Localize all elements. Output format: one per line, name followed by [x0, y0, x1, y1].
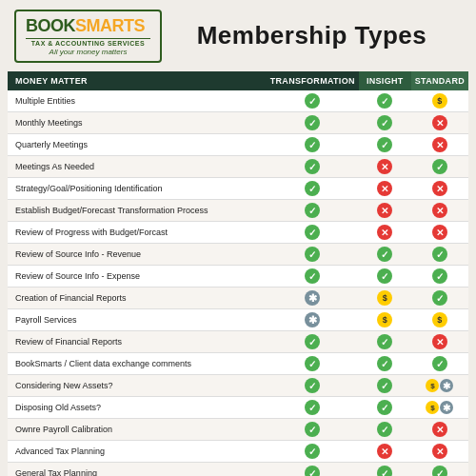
page-title: Membership Types: [162, 21, 462, 50]
check-icon: ✓: [305, 137, 320, 152]
cell-insight: ✓: [359, 375, 411, 397]
check-icon: ✓: [377, 466, 392, 476]
table-row: Creation of Financial Reports ✱ $ ✓: [8, 288, 468, 309]
check-icon: ✓: [305, 268, 320, 284]
cell-standard: ✕: [411, 200, 468, 222]
dollar-icon: $: [377, 312, 392, 327]
cell-standard: $: [411, 309, 468, 331]
table-row: Meetings As Needed ✓ ✕ ✓: [8, 156, 468, 178]
x-icon: ✕: [432, 444, 447, 459]
row-label: Review of Source Info - Expense: [8, 266, 267, 288]
row-label: Establish Budget/Forecast Transformation…: [8, 200, 267, 222]
check-icon: ✓: [377, 400, 392, 415]
cell-standard: ✓: [411, 266, 468, 288]
check-icon: ✓: [432, 466, 447, 476]
table-row: Quarterly Meetings ✓ ✓ ✕: [8, 134, 468, 156]
cell-standard: ✕: [411, 419, 468, 441]
check-icon: ✓: [305, 247, 320, 262]
check-icon: ✓: [377, 334, 392, 349]
check-icon: ✓: [305, 422, 320, 437]
x-icon: ✕: [432, 203, 447, 218]
cell-insight: ✓: [359, 134, 411, 156]
check-icon: ✓: [377, 137, 392, 152]
check-icon: ✓: [377, 115, 392, 130]
row-label: Multiple Entities: [8, 90, 267, 112]
cell-transformation: ✓: [267, 375, 359, 397]
check-icon: ✓: [432, 159, 447, 174]
check-icon: ✓: [377, 356, 392, 371]
row-label: General Tax Planning: [8, 463, 267, 477]
check-icon: ✓: [305, 356, 320, 371]
cell-standard: $✱: [411, 375, 468, 397]
cell-insight: ✓: [359, 463, 411, 477]
x-icon: ✕: [377, 444, 392, 459]
x-icon: ✕: [432, 334, 447, 349]
x-icon: ✕: [432, 422, 447, 437]
cell-transformation: ✓: [267, 112, 359, 134]
cell-insight: ✕: [359, 441, 411, 463]
table-row: Multiple Entities ✓ ✓ $: [8, 90, 468, 112]
row-label: Advanced Tax Planning: [8, 441, 267, 463]
check-icon: ✓: [377, 422, 392, 437]
table-header-row: MONEY MATTER TRANSFORMATION INSIGHT STAN…: [8, 71, 468, 90]
x-icon: ✕: [432, 225, 447, 240]
cell-insight: ✓: [359, 397, 411, 419]
cell-insight: $: [359, 309, 411, 331]
x-icon: ✕: [377, 225, 392, 240]
table-row: Review of Progress with Budget/Forcast ✓…: [8, 222, 468, 244]
x-icon: ✕: [432, 181, 447, 196]
logo-smarts: SMARTS: [75, 16, 145, 36]
cell-insight: ✓: [359, 419, 411, 441]
table-row: Monthly Meetings ✓ ✓ ✕: [8, 112, 468, 134]
table-row: Advanced Tax Planning ✓ ✕ ✕: [8, 441, 468, 463]
table-row: BookSmarts / Client data exchange commen…: [8, 353, 468, 375]
table-row: Review of Source Info - Expense ✓ ✓ ✓: [8, 266, 468, 288]
cell-insight: ✓: [359, 244, 411, 266]
cell-transformation: ✓: [267, 441, 359, 463]
check-icon: ✓: [305, 93, 320, 109]
table-row: Establish Budget/Forecast Transformation…: [8, 200, 468, 222]
row-label: Review of Source Info - Revenue: [8, 244, 267, 266]
row-label: Meetings As Needed: [8, 156, 267, 178]
cell-transformation: ✓: [267, 397, 359, 419]
cell-standard: ✓: [411, 244, 468, 266]
check-icon: ✓: [432, 268, 447, 284]
cell-standard: ✕: [411, 134, 468, 156]
cell-standard: $: [411, 90, 468, 112]
cell-standard: $✱: [411, 397, 468, 419]
check-icon: ✓: [305, 203, 320, 218]
cell-transformation: ✓: [267, 134, 359, 156]
asterisk-icon: ✱: [305, 312, 320, 327]
cell-standard: ✕: [411, 112, 468, 134]
cell-standard: ✓: [411, 156, 468, 178]
cell-insight: ✓: [359, 266, 411, 288]
col-header-insight: INSIGHT: [359, 71, 411, 90]
table-row: Payroll Services ✱ $ $: [8, 309, 468, 331]
check-icon: ✓: [305, 444, 320, 459]
logo-subtitle: TAX & ACCOUNTING SERVICES: [26, 38, 150, 47]
check-icon: ✓: [432, 247, 447, 262]
table-row: General Tax Planning ✓ ✓ ✓: [8, 463, 468, 477]
check-icon: ✓: [305, 159, 320, 174]
cell-insight: ✕: [359, 222, 411, 244]
cell-insight: $: [359, 288, 411, 309]
row-label: BookSmarts / Client data exchange commen…: [8, 353, 267, 375]
cell-transformation: ✱: [267, 309, 359, 331]
logo-tagline: All your money matters: [26, 48, 150, 56]
cell-insight: ✓: [359, 90, 411, 112]
cell-standard: ✓: [411, 288, 468, 309]
cell-insight: ✕: [359, 178, 411, 200]
cell-transformation: ✓: [267, 463, 359, 477]
check-icon: ✓: [305, 225, 320, 240]
cell-transformation: ✓: [267, 200, 359, 222]
cell-transformation: ✓: [267, 244, 359, 266]
x-icon: ✕: [377, 181, 392, 196]
x-icon: ✕: [377, 159, 392, 174]
row-label: Monthly Meetings: [8, 112, 267, 134]
row-label: Quarterly Meetings: [8, 134, 267, 156]
asterisk-icon: ✱: [305, 290, 320, 306]
cell-insight: ✓: [359, 112, 411, 134]
membership-table-container: MONEY MATTER TRANSFORMATION INSIGHT STAN…: [8, 71, 468, 476]
check-icon: ✓: [377, 378, 392, 393]
cell-transformation: ✓: [267, 419, 359, 441]
